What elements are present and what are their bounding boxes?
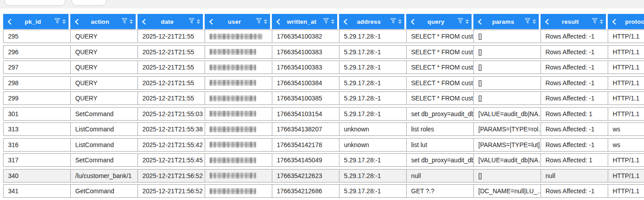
table-row[interactable]: 299QUERY2025-12-21T21:5517663541003855.2… (3, 91, 644, 105)
column-label: user (213, 18, 256, 25)
table-row[interactable]: 297QUERY2025-12-21T21:5517663541003835.2… (3, 61, 644, 74)
cell-date: 2025-12-21T21:55 (138, 61, 205, 74)
sort-down-icon (62, 22, 66, 24)
chevron-left-icon[interactable] (612, 19, 616, 25)
column-header-date[interactable]: date (137, 14, 203, 29)
toolbar-button-2[interactable] (72, 0, 107, 6)
column-header-icons (323, 17, 335, 26)
cell-user (205, 61, 272, 74)
table-row[interactable]: 295QUERY2025-12-21T21:5517663541003825.2… (3, 30, 644, 43)
cell-action: QUERY (71, 30, 138, 43)
column-label: action (79, 18, 121, 25)
filter-funnel-icon[interactable] (592, 17, 598, 26)
filter-funnel-icon[interactable] (256, 17, 262, 26)
table-row[interactable]: 296QUERY2025-12-21T21:5517663541003835.2… (3, 45, 644, 59)
filter-funnel-icon[interactable] (54, 17, 60, 26)
cell-written_at: 1766354103154 (272, 108, 339, 120)
column-header-params[interactable]: params (473, 14, 539, 29)
chevron-left-icon[interactable] (7, 19, 12, 25)
column-label: pk_id (12, 18, 54, 25)
filter-funnel-icon[interactable] (457, 17, 464, 26)
chevron-left-icon[interactable] (477, 19, 482, 25)
sort-down-icon (264, 22, 267, 24)
chevron-left-icon[interactable] (343, 19, 348, 25)
column-header-address[interactable]: address (339, 14, 404, 29)
table-row[interactable]: 340/lu/customer_bank/12025-12-21T21:56:5… (3, 169, 644, 183)
sort-up-icon (62, 19, 66, 21)
filter-funnel-icon[interactable] (390, 17, 396, 26)
cell-user (205, 139, 272, 151)
column-header-written_at[interactable]: written_at (272, 14, 337, 29)
cell-query: set db_proxy=audit_db (407, 108, 474, 120)
cell-action: QUERY (71, 77, 138, 89)
cell-result: null (541, 170, 608, 182)
table-row[interactable]: 317SetCommand2025-12-21T21:55:4517663541… (3, 153, 644, 167)
sort-arrows-icon[interactable] (197, 19, 200, 24)
column-label: address (348, 18, 390, 25)
cell-result: Rows Affected: -1 (541, 61, 608, 74)
sort-up-icon (398, 19, 402, 21)
cell-address: 5.29.17.28:-1 (339, 46, 407, 58)
sort-arrows-icon[interactable] (398, 19, 402, 24)
cell-written_at: 1766354100382 (272, 30, 339, 43)
toolbar-button-1[interactable] (4, 0, 65, 6)
sort-arrows-icon[interactable] (264, 19, 267, 24)
redacted-user-value (210, 111, 256, 117)
column-header-icons (390, 17, 402, 26)
cell-result: Rows Affected: -1 (541, 77, 608, 89)
chevron-left-icon[interactable] (142, 19, 146, 25)
cell-query: list roles (407, 123, 474, 135)
filter-funnel-icon[interactable] (524, 17, 531, 26)
audit-log-table: pk_idactiondateuserwritten_ataddressquer… (3, 14, 644, 200)
table-row[interactable]: 341GetCommand2025-12-21T21:56:5217663542… (3, 184, 644, 198)
cell-user (205, 92, 272, 104)
filter-funnel-icon[interactable] (323, 17, 329, 26)
cell-protocol: HTTP/1.1 (608, 108, 644, 120)
cell-query: null (407, 170, 474, 182)
sort-arrows-icon[interactable] (465, 19, 469, 24)
cell-params: [] (474, 170, 541, 182)
cell-query: SELECT * FROM cust… (407, 61, 474, 74)
chevron-left-icon[interactable] (74, 19, 79, 25)
table-row[interactable]: 316ListCommand2025-12-21T21:55:421766354… (3, 138, 644, 152)
cell-action: QUERY (71, 92, 138, 104)
sort-down-icon (600, 22, 603, 24)
column-header-user[interactable]: user (205, 14, 270, 29)
table-row[interactable]: 298QUERY2025-12-21T21:5517663541003845.2… (3, 76, 644, 90)
cell-query: SELECT * FROM cust… (407, 92, 474, 104)
chevron-left-icon[interactable] (209, 19, 213, 25)
chevron-left-icon[interactable] (545, 19, 549, 25)
table-row[interactable]: 313ListCommand2025-12-21T21:55:381766354… (3, 122, 644, 136)
cell-written_at: 1766354100384 (272, 77, 339, 89)
cell-date: 2025-12-21T21:55 (138, 77, 205, 89)
cell-date: 2025-12-21T21:55:03 (138, 108, 205, 120)
sort-arrows-icon[interactable] (129, 19, 133, 24)
cell-result: Rows Affected: -1 (541, 139, 608, 151)
cell-result: Rows Affected: -1 (541, 30, 608, 43)
table-row[interactable]: 301SetCommand2025-12-21T21:55:0317663541… (3, 107, 644, 121)
cell-address: unknown (339, 139, 407, 151)
filter-funnel-icon[interactable] (121, 17, 128, 26)
sort-arrows-icon[interactable] (532, 19, 536, 24)
cell-pk_id: 316 (4, 139, 71, 151)
filter-funnel-icon[interactable] (189, 17, 195, 26)
cell-protocol: HTTP/1.1 (608, 61, 644, 74)
cell-result: Rows Affected: -1 (541, 92, 608, 104)
cell-params: [] (474, 77, 541, 89)
top-toolbar-strip (0, 0, 644, 9)
sort-arrows-icon[interactable] (600, 19, 603, 24)
cell-user (205, 185, 272, 197)
cell-result: Rows Affected: 1 (541, 108, 608, 120)
column-header-query[interactable]: query (406, 14, 472, 29)
sort-arrows-icon[interactable] (62, 19, 66, 24)
chevron-left-icon[interactable] (276, 19, 280, 25)
column-header-result[interactable]: result (541, 14, 606, 29)
cell-protocol: HTTP/1.1 (608, 46, 644, 58)
redacted-user-value (210, 188, 256, 194)
column-header-action[interactable]: action (70, 14, 136, 29)
redacted-user-value (210, 65, 256, 70)
chevron-left-icon[interactable] (410, 19, 415, 25)
sort-arrows-icon[interactable] (331, 19, 335, 24)
column-header-protocol[interactable]: protocol (608, 14, 644, 29)
column-header-pk_id[interactable]: pk_id (3, 14, 69, 29)
